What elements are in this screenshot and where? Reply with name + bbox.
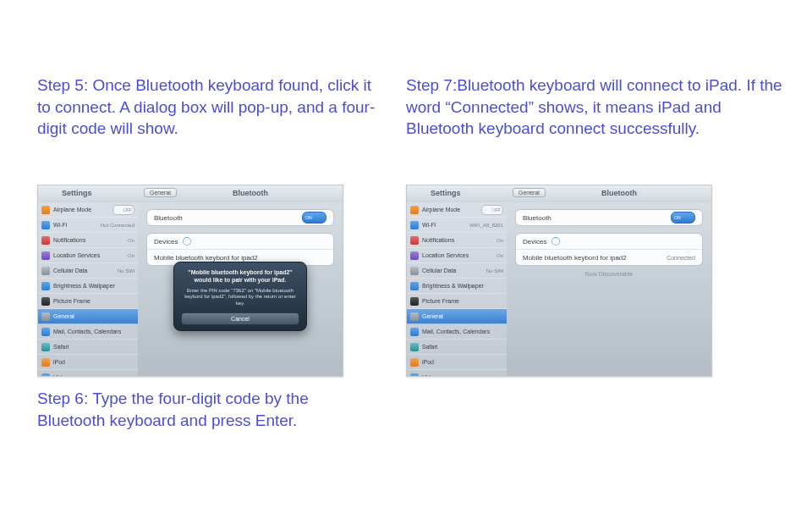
sidebar-item-ipod[interactable]: iPod	[38, 355, 138, 370]
sidebar-item-video[interactable]: Video	[38, 370, 138, 377]
airplane-icon	[410, 206, 419, 214]
sidebar-item-mail[interactable]: Mail, Contacts, Calendars	[38, 324, 138, 340]
sidebar-label: Mail, Contacts, Calendars	[422, 329, 490, 334]
sidebar-item-mail[interactable]: Mail, Contacts, Calendars	[407, 324, 507, 340]
sidebar-label: General	[422, 313, 443, 319]
sidebar-label: Cellular Data	[53, 268, 87, 273]
step-6-text: Step 6: Type the four-digit code by the …	[37, 388, 376, 431]
devices-header: Devices	[154, 238, 178, 246]
sidebar-label: Location Services	[422, 252, 469, 258]
sidebar-item-brightness[interactable]: Brightness & Wallpaper	[38, 279, 138, 294]
location-value: On	[497, 253, 503, 258]
bluetooth-toggle[interactable]: ON	[671, 212, 695, 224]
sidebar-label: Airplane Mode	[53, 207, 91, 213]
brightness-icon	[41, 282, 50, 290]
sidebar-item-notifications[interactable]: Notifications On	[407, 233, 507, 248]
sidebar-label: iPod	[53, 359, 65, 365]
sidebar-item-video[interactable]: Video	[407, 370, 507, 377]
general-icon	[410, 312, 419, 321]
spinner-icon	[183, 237, 191, 246]
ipad-topbar: Settings General Bluetooth	[407, 185, 711, 203]
bluetooth-row[interactable]: Bluetooth ON	[147, 210, 333, 225]
dialog-body: Enter the PIN code "7362" on "Mobile blu…	[181, 288, 299, 307]
pairing-dialog: "Mobile bluetooth keybord for ipad2" wou…	[173, 262, 307, 331]
sidebar-label: Video	[53, 374, 69, 377]
bluetooth-label: Bluetooth	[154, 214, 183, 222]
picture-frame-icon	[41, 297, 50, 306]
sidebar-item-picture-frame[interactable]: Picture Frame	[407, 294, 507, 309]
sidebar-item-location[interactable]: Location Services On	[407, 248, 507, 263]
safari-icon	[410, 343, 419, 351]
back-button-general[interactable]: General	[513, 188, 546, 197]
sidebar-item-cellular[interactable]: Cellular Data No SIM	[407, 263, 507, 279]
device-name: Mobile bluetooth keybord for ipad2	[154, 254, 258, 262]
sidebar-item-brightness[interactable]: Brightness & Wallpaper	[407, 279, 507, 294]
mail-icon	[41, 328, 50, 336]
airplane-toggle[interactable]: OFF	[112, 205, 134, 215]
title-bluetooth: Bluetooth	[233, 189, 268, 197]
sidebar-item-airplane-mode[interactable]: Airplane Mode OFF	[38, 202, 138, 218]
cellular-value: No SIM	[486, 268, 503, 273]
step-5-text: Step 5: Once Bluetooth keyboard found, c…	[37, 75, 376, 140]
settings-sidebar: Airplane Mode OFF Wi-Fi Not Connected No…	[38, 202, 139, 376]
general-icon	[41, 312, 50, 321]
wifi-value: Not Connected	[101, 223, 134, 228]
location-icon	[410, 251, 419, 260]
sidebar-item-wifi[interactable]: Wi-Fi WIFI_A8_8201	[407, 218, 507, 233]
sidebar-label: Brightness & Wallpaper	[53, 283, 115, 289]
bluetooth-panel: Bluetooth ON Devices Mobile bluetooth ke…	[507, 202, 711, 376]
sidebar-label: Cellular Data	[422, 268, 456, 273]
sidebar-label: iPod	[422, 359, 434, 365]
sidebar-item-safari[interactable]: Safari	[38, 340, 138, 355]
dialog-cancel-button[interactable]: Cancel	[181, 312, 299, 325]
sidebar-item-airplane-mode[interactable]: Airplane Mode OFF	[407, 202, 507, 218]
device-name: Mobile bluetooth keybord for ipad2	[523, 254, 627, 262]
mail-icon	[410, 328, 419, 336]
sidebar-label: Picture Frame	[53, 298, 91, 304]
notif-value: On	[497, 238, 503, 243]
video-icon	[41, 373, 50, 378]
title-bluetooth: Bluetooth	[601, 189, 637, 197]
sidebar-label: Picture Frame	[422, 298, 459, 304]
sidebar-label: Brightness & Wallpaper	[422, 283, 484, 289]
notifications-icon	[410, 236, 419, 245]
devices-header: Devices	[523, 238, 546, 246]
location-value: On	[128, 253, 134, 258]
wifi-value: WIFI_A8_8201	[469, 223, 503, 228]
bluetooth-toggle-panel: Bluetooth ON	[146, 209, 334, 226]
dialog-title: "Mobile bluetooth keybord for ipad2" wou…	[181, 269, 299, 284]
sidebar-item-ipod[interactable]: iPod	[407, 355, 507, 370]
brightness-icon	[410, 282, 419, 290]
devices-header-row: Devices	[516, 234, 702, 250]
bluetooth-toggle[interactable]: ON	[302, 212, 326, 224]
wifi-icon	[410, 221, 419, 229]
sidebar-label: Video	[422, 374, 437, 377]
device-row-keyboard[interactable]: Mobile bluetooth keybord for ipad2 Conne…	[516, 250, 702, 265]
sidebar-item-wifi[interactable]: Wi-Fi Not Connected	[38, 218, 138, 233]
location-icon	[41, 251, 50, 260]
sidebar-label: Safari	[422, 344, 437, 350]
back-button-general[interactable]: General	[144, 188, 177, 197]
cellular-icon	[410, 267, 419, 275]
sidebar-item-general[interactable]: General	[407, 309, 507, 324]
title-settings: Settings	[62, 189, 92, 197]
discoverable-label: Now Discoverable	[507, 271, 711, 277]
picture-frame-icon	[410, 297, 419, 306]
settings-sidebar: Airplane Mode OFF Wi-Fi WIFI_A8_8201 Not…	[407, 202, 508, 376]
screenshot-step5: Settings General Bluetooth Airplane Mode…	[37, 185, 343, 377]
airplane-toggle[interactable]: OFF	[481, 205, 503, 215]
sidebar-item-cellular[interactable]: Cellular Data No SIM	[38, 263, 138, 279]
bluetooth-row[interactable]: Bluetooth ON	[516, 210, 702, 225]
sidebar-label: Notifications	[422, 237, 454, 243]
safari-icon	[41, 343, 50, 351]
sidebar-item-notifications[interactable]: Notifications On	[38, 233, 138, 248]
title-settings: Settings	[431, 189, 461, 197]
sidebar-item-picture-frame[interactable]: Picture Frame	[38, 294, 138, 309]
sidebar-item-location[interactable]: Location Services On	[38, 248, 138, 263]
device-status-connected: Connected	[667, 255, 695, 261]
sidebar-item-safari[interactable]: Safari	[407, 340, 507, 355]
ipod-icon	[41, 358, 50, 367]
airplane-icon	[41, 206, 50, 214]
wifi-icon	[41, 221, 50, 229]
sidebar-item-general[interactable]: General	[38, 309, 138, 324]
